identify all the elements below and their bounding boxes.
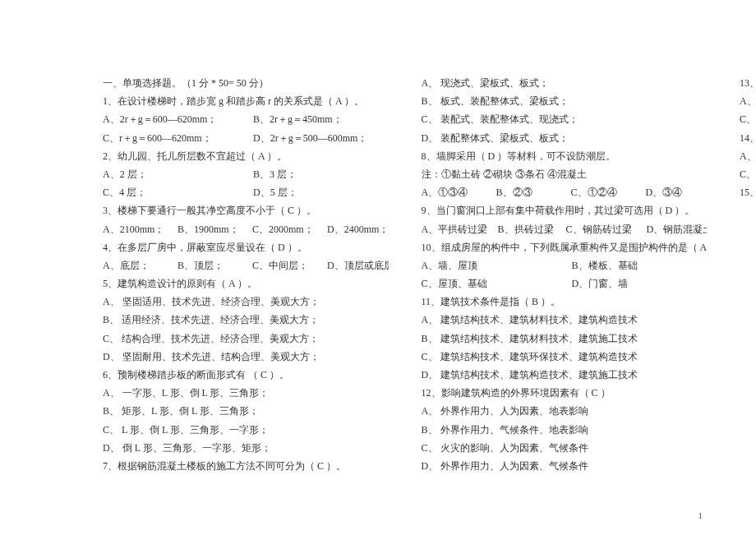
- q8-opt-a: A、①③④: [422, 183, 494, 201]
- q2-opts-row2: C、4 层； D、5 层；: [103, 183, 389, 201]
- q12-stem: 12、影响建筑构造的外界环境因素有（ C ）: [422, 384, 708, 402]
- q11-opt-d: D、 建筑结构技术、建筑构造技术、建筑施工技术: [422, 366, 708, 384]
- q1-opts-row2: C、r＋g＝600—620mm； D、2r＋g＝500—600mm；: [103, 129, 389, 147]
- exam-page: 一、单项选择题。（1 分 * 50= 50 分） 1、在设计楼梯时，踏步宽 g …: [0, 0, 756, 510]
- q14-opts-row2: C、厚重与轻盈 D、简单与复杂: [740, 165, 756, 183]
- q15-stem: 15、（ A ）是一切形式美的基本规律。: [740, 183, 756, 201]
- q4-stem: 4、在多层厂房中，屏蔽室应尽量设在（ D ）。: [103, 238, 389, 256]
- q10-opt-b: B、楼板、基础: [572, 256, 708, 274]
- q12-opt-d: D、 外界作用力、人为因素、气候条件: [422, 457, 708, 475]
- q11-opt-b: B、 建筑结构技术、建筑材料技术、建筑施工技术: [422, 330, 708, 348]
- q7-stem: 7、根据钢筋混凝土楼板的施工方法不同可分为（ C ）。: [103, 457, 389, 475]
- q6-stem: 6、预制楼梯踏步板的断面形式有 （ C ）。: [103, 366, 389, 384]
- q2-opt-d: D、5 层；: [253, 183, 389, 201]
- q1-stem: 1、在设计楼梯时，踏步宽 g 和踏步高 r 的关系式是（ A ）。: [103, 92, 389, 110]
- q11-opt-a: A、 建筑结构技术、建筑材料技术、建筑构造技术: [422, 311, 708, 329]
- q6-opt-d: D、 倒 L 形、三角形、一字形、矩形；: [103, 439, 389, 457]
- q9-opt-a: A、平拱砖过梁: [422, 220, 496, 238]
- q1-opts-row1: A、2r＋g＝600—620mm； B、2r＋g＝450mm；: [103, 110, 389, 128]
- q10-opt-d: D、门窗、墙: [572, 274, 708, 293]
- q1-opt-a: A、2r＋g＝600—620mm；: [103, 110, 251, 128]
- q2-opt-b: B、3 层；: [253, 165, 389, 183]
- q2-stem: 2、幼儿园、托儿所层数不宜超过（ A ）。: [103, 147, 389, 165]
- section-title: 一、单项选择题。（1 分 * 50= 50 分）: [103, 74, 389, 92]
- q3-opt-b: B、1900mm；: [177, 220, 250, 238]
- q6-opt-c: C、 L 形、倒 L 形、三角形、一字形；: [103, 421, 389, 439]
- q8-opt-d: D、③④: [646, 183, 708, 201]
- q9-opt-c: C、钢筋砖过梁: [566, 220, 644, 238]
- q5-opt-b: B、 适用经济、技术先进、经济合理、美观大方；: [103, 311, 389, 329]
- q12-opt-c: C、 火灾的影响、人为因素、气候条件: [422, 439, 708, 457]
- q3-opt-c: C、2000mm；: [252, 220, 325, 238]
- q10-opt-a: A、墙、屋顶: [422, 256, 569, 274]
- q14-opts-row1: A、粗糙与细微 B、虚实与凹凸: [740, 147, 756, 165]
- q7-opt-d: D、 装配整体式、梁板式、板式；: [422, 129, 708, 147]
- q7-opt-b: B、 板式、装配整体式、梁板式；: [422, 92, 708, 110]
- q14-opt-a: A、粗糙与细微: [740, 147, 756, 165]
- q9-opt-b: B、拱砖过梁: [498, 220, 564, 238]
- q2-opt-c: C、4 层；: [103, 183, 251, 201]
- q2-opt-a: A、2 层；: [103, 165, 251, 183]
- q13-opts-row2: C、建筑的主要出入口 D、建筑的复杂部位；: [740, 110, 756, 128]
- q11-opt-c: C、 建筑结构技术、建筑环保技术、建筑构造技术: [422, 348, 708, 366]
- q5-stem: 5、建筑构造设计的原则有（ A ）。: [103, 274, 389, 293]
- q7-opt-a: A、 现浇式、梁板式、板式；: [422, 74, 708, 92]
- q10-opt-c: C、屋顶、基础: [422, 274, 569, 293]
- q11-stem: 11、建筑技术条件是指（ B ）。: [422, 293, 708, 311]
- q6-opt-a: A、 一字形、L 形、倒 L 形、三角形；: [103, 384, 389, 402]
- q7-opt-c: C、 装配式、装配整体式、现浇式；: [422, 110, 708, 128]
- q9-opts: A、平拱砖过梁 B、拱砖过梁 C、钢筋砖过梁 D、钢筋混凝土过梁: [422, 220, 708, 238]
- q3-stem: 3、楼梯下要通行一般其净空高度不小于（ C ）。: [103, 201, 389, 219]
- q1-opt-b: B、2r＋g＝450mm；: [253, 110, 389, 128]
- q12-opt-a: A、 外界作用力、人为因素、地表影响: [422, 402, 708, 420]
- q4-opt-c: C、中间层；: [252, 256, 325, 274]
- q14-opt-c: C、厚重与轻盈: [740, 165, 756, 183]
- q8-note: 注：①黏土砖 ②砌块 ③条石 ④混凝土: [422, 165, 708, 183]
- q3-opt-a: A、2100mm；: [103, 220, 175, 238]
- q5-opt-d: D、 坚固耐用、技术先进、结构合理、美观大方；: [103, 348, 389, 366]
- q13-stem: 13、立面的重点处理部位主要是指（ C ）。: [740, 74, 756, 92]
- q9-opt-d: D、钢筋混凝土过梁: [647, 220, 708, 238]
- q8-opt-b: B、②③: [496, 183, 569, 201]
- q5-opt-a: A、 坚固适用、技术先进、经济合理、美观大方；: [103, 293, 389, 311]
- q10-opts-row1: A、墙、屋顶 B、楼板、基础: [422, 256, 708, 274]
- q13-opt-a: A、建筑的主立面: [740, 92, 756, 110]
- q13-opts-row1: A、建筑的主立面 B、建筑的檐口部位；: [740, 92, 756, 110]
- q10-stem: 10、组成房屋的构件中，下列既属承重构件又是围护构件的是（ A ）。: [422, 238, 708, 256]
- q4-opts: A、底层； B、顶层； C、中间层； D、顶层或底层；: [103, 256, 389, 274]
- q3-opt-d: D、2400mm；: [327, 220, 389, 238]
- q13-opt-c: C、建筑的主要出入口: [740, 110, 756, 128]
- q9-stem: 9、当门窗洞口上部有集中荷载作用时，其过梁可选用（ D ）。: [422, 201, 708, 219]
- q12-opt-b: B、 外界作用力、气候条件、地表影响: [422, 421, 708, 439]
- page-number: 1: [698, 510, 703, 520]
- q2-opts-row1: A、2 层； B、3 层；: [103, 165, 389, 183]
- q5-opt-c: C、 结构合理、技术先进、经济合理、美观大方；: [103, 330, 389, 348]
- q4-opt-a: A、底层；: [103, 256, 175, 274]
- q1-opt-d: D、2r＋g＝500—600mm；: [253, 129, 389, 147]
- q8-opt-c: C、①②④: [571, 183, 643, 201]
- q14-stem: 14、住宅建筑常利用阳台与凹廊形成 （ B ）的变化。: [740, 129, 756, 147]
- q4-opt-d: D、顶层或底层；: [327, 256, 389, 274]
- q3-opts: A、2100mm； B、1900mm； C、2000mm； D、2400mm；: [103, 220, 389, 238]
- q4-opt-b: B、顶层；: [177, 256, 250, 274]
- q1-opt-c: C、r＋g＝600—620mm；: [103, 129, 251, 147]
- q8-stem: 8、墙脚采用（ D ）等材料，可不设防潮层。: [422, 147, 708, 165]
- q6-opt-b: B、 矩形、L 形、倒 L 形、三角形；: [103, 402, 389, 420]
- q10-opts-row2: C、屋顶、基础 D、门窗、墙: [422, 274, 708, 293]
- q8-opts: A、①③④ B、②③ C、①②④ D、③④: [422, 183, 708, 201]
